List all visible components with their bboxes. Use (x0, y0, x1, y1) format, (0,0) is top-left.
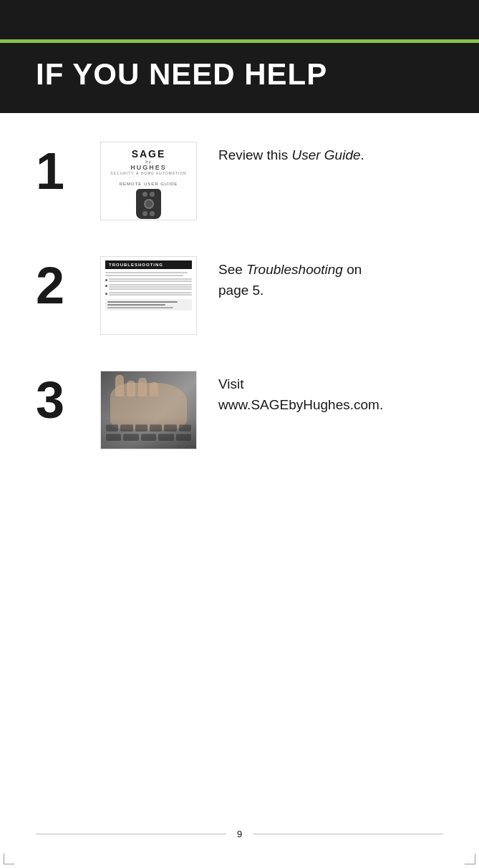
trouble-intro-lines (105, 272, 192, 276)
remote-btn-row-top (142, 192, 155, 197)
remote-btn-row-bottom (142, 211, 155, 216)
trouble-page: TROUBLESHOOTING (101, 257, 196, 334)
main-content: 1 SAGE by HUGHES SECURITY & HOME AUTOMAT… (0, 113, 479, 514)
trouble-dot-2 (105, 285, 107, 287)
remote-btn-2 (150, 192, 155, 197)
keyboard-photo (101, 371, 196, 449)
guide-cover: SAGE by HUGHES SECURITY & HOME AUTOMATIO… (101, 142, 196, 220)
step-3-number: 3 (36, 374, 86, 426)
step-3-text-line2: www.SAGEbyHughes.com. (218, 397, 383, 412)
step-3-text: Visit www.SAGEbyHughes.com. (218, 371, 443, 415)
bottom-line-left (36, 834, 226, 834)
trouble-bullet-section (105, 278, 192, 296)
trouble-bullet-1-lines (109, 278, 192, 282)
step-1-number: 1 (36, 145, 86, 197)
remote-center-btn (144, 199, 154, 209)
step-2-image: TROUBLESHOOTING (100, 256, 197, 335)
step-1-image: SAGE by HUGHES SECURITY & HOME AUTOMATIO… (100, 142, 197, 220)
guide-hughes-text: HUGHES (130, 164, 167, 171)
bottom-bar: 9 (36, 829, 443, 839)
step-3-text-line1: Visit (218, 376, 244, 391)
trouble-bullet-1 (105, 278, 192, 282)
step-1-text-italic: User Guide (291, 147, 360, 162)
guide-logo-area: SAGE by HUGHES SECURITY & HOME AUTOMATIO… (110, 148, 186, 175)
trouble-header-bar: TROUBLESHOOTING (105, 260, 192, 269)
step-2-text-italic: Troubleshooting (246, 262, 343, 277)
remote-icon (136, 189, 161, 219)
trouble-intro-line-1 (105, 272, 188, 273)
step-2-number: 2 (36, 260, 86, 311)
trouble-dot-3 (105, 293, 107, 295)
guide-sub-text: SECURITY & HOME AUTOMATION (110, 171, 186, 175)
trouble-b3-l2 (109, 294, 192, 296)
trouble-bold-line-2 (107, 304, 165, 306)
trouble-bullet-2 (105, 284, 192, 290)
trouble-b1-l1 (109, 278, 192, 280)
remote-btn-3 (142, 211, 147, 216)
crop-mark-bottom-left (4, 854, 14, 864)
top-bar (0, 0, 479, 43)
step-2-row: 2 TROUBLESHOOTING (36, 256, 443, 335)
trouble-bullet-2-lines (109, 284, 192, 290)
step-3-image (100, 371, 197, 449)
trouble-b2-l3 (109, 288, 192, 290)
trouble-bold-line-1 (107, 301, 178, 303)
bottom-line-right (253, 834, 443, 834)
page-title: IF YOU NEED HELP (36, 57, 443, 92)
trouble-b2-l2 (109, 286, 192, 288)
remote-btn-4 (150, 211, 155, 216)
trouble-b2-l1 (109, 284, 192, 286)
guide-sage-text: SAGE (132, 148, 166, 160)
step-1-text: Review this User Guide. (218, 142, 443, 166)
guide-title-text: REMOTE USER GUIDE (120, 182, 178, 186)
trouble-sub-line-1 (107, 307, 173, 308)
step-2-text: See Troubleshooting onpage 5. (218, 256, 443, 301)
trouble-bullet-3 (105, 292, 192, 296)
trouble-dot-1 (105, 279, 107, 281)
step-1-text-before: Review this (218, 147, 291, 162)
trouble-bold-section (105, 299, 192, 311)
step-3-row: 3 (36, 371, 443, 449)
crop-mark-bottom-right (465, 854, 475, 864)
step-2-text-before: See (218, 262, 246, 277)
header-section: IF YOU NEED HELP (0, 43, 479, 113)
trouble-b1-l2 (109, 281, 192, 282)
trouble-b3-l1 (109, 292, 192, 293)
remote-btn-1 (142, 192, 147, 197)
step-1-row: 1 SAGE by HUGHES SECURITY & HOME AUTOMAT… (36, 142, 443, 220)
keyboard-overlay (101, 418, 196, 449)
trouble-bullet-3-lines (109, 292, 192, 296)
page-number: 9 (226, 829, 253, 839)
step-1-text-after: . (361, 147, 364, 162)
trouble-intro-line-2 (105, 275, 183, 276)
